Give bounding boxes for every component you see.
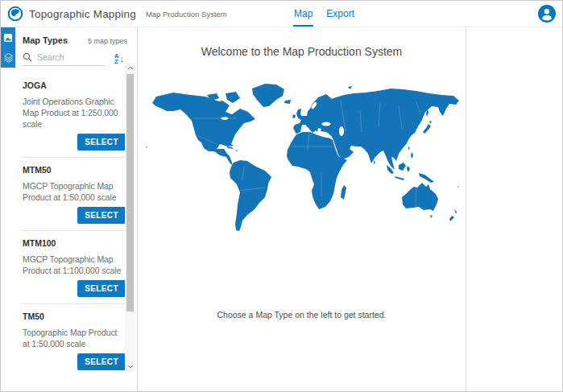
select-button[interactable]: SELECT bbox=[77, 353, 126, 370]
globe-logo-icon bbox=[7, 6, 23, 22]
map-tool-icon[interactable] bbox=[1, 27, 15, 47]
scrollbar-thumb[interactable] bbox=[126, 74, 134, 312]
map-type-item: MTM100 MGCP Topographic Map Product at 1… bbox=[23, 231, 126, 304]
scroll-up-icon[interactable] bbox=[125, 63, 135, 72]
map-type-description: MGCP Topographic Map Product at 1:100,00… bbox=[23, 254, 126, 276]
map-type-actions: SELECT bbox=[23, 280, 126, 297]
panel-title: Map Types bbox=[23, 35, 68, 45]
sort-az-icon[interactable]: A Z ↓ bbox=[114, 54, 124, 64]
search-box[interactable] bbox=[23, 52, 105, 66]
helper-text: Choose a Map Type on the left to get sta… bbox=[217, 310, 387, 320]
sort-arrow-icon: ↓ bbox=[119, 55, 124, 64]
nav-map[interactable]: Map bbox=[293, 1, 313, 27]
map-type-item: MTM50 MGCP Topographic Map Product at 1:… bbox=[23, 158, 126, 231]
nav-export[interactable]: Export bbox=[325, 1, 355, 27]
map-type-item: JOGA Joint Operations Graphic Map Produc… bbox=[23, 73, 126, 158]
map-type-description: MGCP Topographic Map Product at 1:50,000… bbox=[23, 180, 126, 203]
map-type-description: Topographic Map Product at 1:50,000 scal… bbox=[23, 327, 126, 349]
tool-strip bbox=[1, 27, 15, 391]
account-icon[interactable] bbox=[538, 5, 556, 23]
top-nav: Map Export bbox=[293, 1, 355, 27]
select-button[interactable]: SELECT bbox=[77, 134, 126, 151]
map-type-name: TM50 bbox=[23, 312, 126, 321]
map-type-actions: SELECT bbox=[23, 207, 126, 224]
app-title: Topographic Mapping bbox=[29, 8, 136, 20]
app-body: Map Types 5 map types A Z ↓ bbox=[1, 27, 562, 391]
right-panel-empty bbox=[466, 27, 562, 391]
app-subtitle: Map Production System bbox=[146, 10, 227, 19]
app-header: Topographic Mapping Map Production Syste… bbox=[1, 1, 562, 27]
map-type-list: JOGA Joint Operations Graphic Map Produc… bbox=[15, 73, 137, 377]
panel-head: Map Types 5 map types bbox=[15, 34, 137, 45]
search-icon bbox=[23, 52, 32, 62]
list-scrollbar[interactable] bbox=[125, 64, 135, 371]
map-type-name: MTM50 bbox=[23, 165, 126, 175]
search-input[interactable] bbox=[32, 52, 100, 62]
world-map-image bbox=[143, 82, 462, 232]
search-row: A Z ↓ bbox=[23, 52, 132, 66]
layers-tool-icon[interactable] bbox=[1, 47, 15, 68]
welcome-title: Welcome to the Map Production System bbox=[201, 45, 403, 58]
map-type-actions: SELECT bbox=[23, 134, 126, 151]
map-type-name: MTM100 bbox=[23, 238, 126, 248]
map-types-panel: Map Types 5 map types A Z ↓ bbox=[15, 27, 138, 391]
map-type-name: JOGA bbox=[23, 80, 126, 90]
select-button[interactable]: SELECT bbox=[77, 207, 126, 224]
main-area: Welcome to the Map Production System bbox=[138, 27, 562, 391]
app-window: Topographic Mapping Map Production Syste… bbox=[0, 0, 563, 392]
brand: Topographic Mapping Map Production Syste… bbox=[7, 6, 227, 22]
sort-letter-z: Z bbox=[114, 60, 118, 65]
welcome-panel: Welcome to the Map Production System bbox=[138, 27, 466, 391]
select-button[interactable]: SELECT bbox=[77, 280, 126, 297]
scroll-down-icon[interactable] bbox=[125, 361, 135, 371]
map-type-description: Joint Operations Graphic Map Product at … bbox=[23, 96, 126, 130]
map-type-count: 5 map types bbox=[88, 37, 127, 45]
map-type-actions: SELECT bbox=[23, 353, 126, 370]
map-type-item: TM50 Topographic Map Product at 1:50,000… bbox=[23, 304, 126, 377]
